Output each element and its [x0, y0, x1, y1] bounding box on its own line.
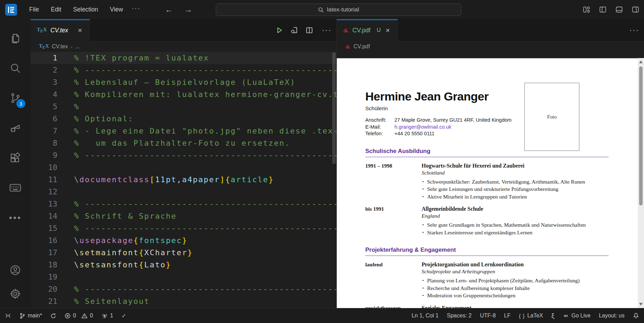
line-content: \documentclass[11pt,a4paper]{article} — [74, 173, 336, 186]
editor-scrollbar[interactable] — [332, 53, 336, 164]
encoding[interactable]: UTF-8 — [480, 313, 496, 319]
remote-indicator[interactable] — [5, 313, 11, 319]
code-line[interactable]: 12 — [31, 186, 336, 198]
code-editor[interactable]: 1% !TEX program = lualatex2% -----------… — [31, 52, 336, 308]
editor-actions-more[interactable]: ··· — [320, 26, 333, 35]
menu-more-button[interactable]: ··· — [129, 5, 146, 15]
line-content: % Seitenlayout — [74, 295, 336, 307]
line-content: % --------------------------------------… — [74, 283, 336, 295]
code-line[interactable]: 5% — [31, 100, 336, 113]
code-line[interactable]: 3% Lebenslauf — Beispielvorlage (LuaLaTe… — [31, 76, 336, 88]
pdf-contact-label: Anschrift: — [365, 117, 394, 124]
breadcrumb-file[interactable]: CV.pdf — [353, 43, 370, 50]
run-debug-icon[interactable] — [0, 117, 31, 139]
code-line[interactable]: 17\setmainfont{XCharter} — [31, 247, 336, 259]
breadcrumb-right[interactable]: CV.pdf — [337, 41, 644, 52]
search-text: latex-tutorial — [327, 6, 359, 13]
code-line[interactable]: 6% Optional: — [31, 113, 336, 125]
tab-cv-pdf[interactable]: CV.pdf U × — [337, 19, 398, 41]
search-sidebar-icon[interactable] — [0, 57, 31, 79]
menu-file[interactable]: File — [23, 4, 45, 15]
code-line[interactable]: 20% ------------------------------------… — [31, 283, 336, 295]
close-tab-icon[interactable]: × — [384, 25, 391, 35]
code-line[interactable]: 8% um das Platzhalter-Foto zu ersetzen. — [31, 137, 336, 149]
problems-item[interactable]: 0 0 — [65, 313, 93, 319]
additional-views-icon[interactable]: ••• — [0, 207, 31, 228]
account-icon[interactable] — [0, 259, 31, 281]
line-content: \setmainfont{XCharter} — [74, 247, 336, 259]
code-line[interactable]: 4% Kompilieren mit: lualatex hermione-gr… — [31, 88, 336, 100]
code-line[interactable]: 7% - Lege eine Datei "photo.jpg" neben d… — [31, 125, 336, 137]
command-center-search[interactable]: latex-tutorial — [216, 3, 461, 16]
keyboard-layout[interactable]: Layout: us — [599, 313, 625, 319]
sync-changes-button[interactable] — [50, 313, 56, 319]
pdf-email-link[interactable]: h.granger@owlmail.co.uk — [394, 124, 451, 131]
line-number: 6 — [31, 113, 74, 125]
scroll-down-icon[interactable] — [639, 303, 643, 306]
breadcrumb-more[interactable]: ... — [75, 43, 80, 50]
indentation[interactable]: Spaces: 2 — [447, 313, 472, 319]
pdf-scrollbar-thumb[interactable] — [639, 66, 643, 205]
pdf-entry-subtitle: Schottland — [422, 170, 609, 176]
extensions-icon[interactable] — [0, 147, 31, 169]
pdf-viewer[interactable]: Hermine Jean Granger Schülerin Anschrift… — [337, 52, 644, 308]
eol-sequence[interactable]: LF — [504, 313, 511, 319]
code-line[interactable]: 15% ------------------------------------… — [31, 222, 336, 234]
latex-build-status[interactable]: ✓ — [122, 313, 126, 319]
line-content: % --------------------------------------… — [74, 222, 336, 234]
line-number: 17 — [31, 247, 74, 259]
notifications-bell-icon[interactable] — [633, 313, 639, 319]
editor-actions-more[interactable]: ··· — [628, 26, 641, 35]
code-line[interactable]: 14% Schrift & Sprache — [31, 210, 336, 222]
errors-count: 0 — [73, 313, 76, 319]
code-line[interactable]: 13% ------------------------------------… — [31, 198, 336, 210]
pdf-entry-subtitle: Schulprojekte und Arbeitsgruppen — [422, 268, 609, 275]
source-control-icon[interactable]: 3 — [0, 87, 31, 109]
cursor-position[interactable]: Ln 1, Col 1 — [411, 313, 438, 319]
line-number: 15 — [31, 222, 74, 234]
nav-back-button[interactable]: ← — [159, 5, 179, 14]
code-line[interactable]: 10 — [31, 161, 336, 173]
toggle-secondary-sidebar-icon[interactable] — [632, 6, 639, 13]
pdf-scrollbar[interactable] — [638, 58, 644, 308]
code-line[interactable]: 1% !TEX program = lualatex — [31, 52, 336, 64]
toggle-panel-icon[interactable] — [616, 6, 623, 13]
search-icon — [318, 7, 324, 13]
view-pdf-icon[interactable] — [291, 26, 298, 34]
code-line[interactable]: 18\setsansfont{Lato} — [31, 259, 336, 271]
pdf-bullet: Moderation von Gruppenentscheidungen — [422, 292, 609, 299]
customize-layout-icon[interactable] — [583, 6, 590, 13]
go-live-button[interactable]: Go Live — [563, 313, 590, 319]
line-number: 3 — [31, 76, 74, 88]
language-mode[interactable]: { } LaTeX — [519, 313, 543, 319]
code-line[interactable]: 2% -------------------------------------… — [31, 64, 336, 76]
git-branch-item[interactable]: main* — [19, 313, 42, 319]
latex-workshop-icon[interactable]: ξ — [552, 312, 555, 320]
explorer-icon[interactable] — [0, 27, 31, 49]
menu-selection[interactable]: Selection — [67, 4, 104, 15]
scroll-up-icon[interactable] — [639, 60, 643, 63]
ports-item[interactable]: 1 — [101, 313, 113, 319]
menu-view[interactable]: View — [104, 4, 129, 15]
line-content: % Schrift & Sprache — [74, 210, 336, 222]
build-latex-icon[interactable] — [276, 26, 283, 34]
code-line[interactable]: 9% -------------------------------------… — [31, 149, 336, 161]
line-content: \usepackage{fontspec} — [74, 234, 336, 247]
split-editor-icon[interactable] — [305, 26, 313, 34]
code-line[interactable]: 11\documentclass[11pt,a4paper]{article} — [31, 173, 336, 186]
close-tab-icon[interactable]: × — [76, 25, 83, 35]
pdf-file-icon — [345, 44, 351, 49]
toggle-sidebar-icon[interactable] — [599, 6, 606, 13]
keyboard-icon[interactable] — [0, 177, 31, 199]
breadcrumb-left[interactable]: TEX CV.tex › ... — [31, 41, 336, 52]
code-line[interactable]: 21% Seitenlayout — [31, 295, 336, 307]
menu-edit[interactable]: Edit — [45, 4, 67, 15]
nav-forward-button[interactable]: → — [179, 5, 198, 14]
code-line[interactable]: 16\usepackage{fontspec} — [31, 234, 336, 247]
code-line[interactable]: 19 — [31, 271, 336, 283]
settings-gear-icon[interactable] — [0, 283, 31, 305]
pdf-entry: 1991 – 1998Hogwarts-Schule für Hexerei u… — [365, 163, 609, 201]
tab-cv-tex[interactable]: TEX CV.tex × — [31, 19, 90, 41]
breadcrumb-file[interactable]: CV.tex — [52, 43, 68, 50]
chevron-right-icon: › — [71, 44, 72, 50]
